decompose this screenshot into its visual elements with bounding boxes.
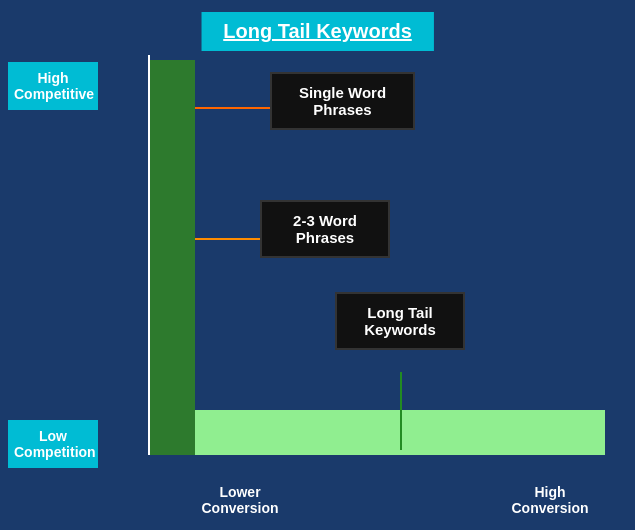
box-two-three-word: 2-3 Word Phrases [260,200,390,258]
label-low-competition: Low Competition [8,420,98,468]
green-vertical-bar [150,60,195,455]
chart-title: Long Tail Keywords [223,20,412,42]
connector-two-three-word [195,238,260,240]
connector-single-word [195,107,270,109]
box-long-tail: Long Tail Keywords [335,292,465,350]
label-high-conversion: High Conversion [495,484,605,516]
label-lower-conversion: Lower Conversion [180,484,300,516]
chart-title-box: Long Tail Keywords [201,12,434,51]
box-single-word: Single Word Phrases [270,72,415,130]
connector-long-tail [400,372,402,450]
label-high-competitive: High Competitive [8,62,98,110]
chart-area: Long Tail Keywords High Competitive Low … [0,0,635,530]
